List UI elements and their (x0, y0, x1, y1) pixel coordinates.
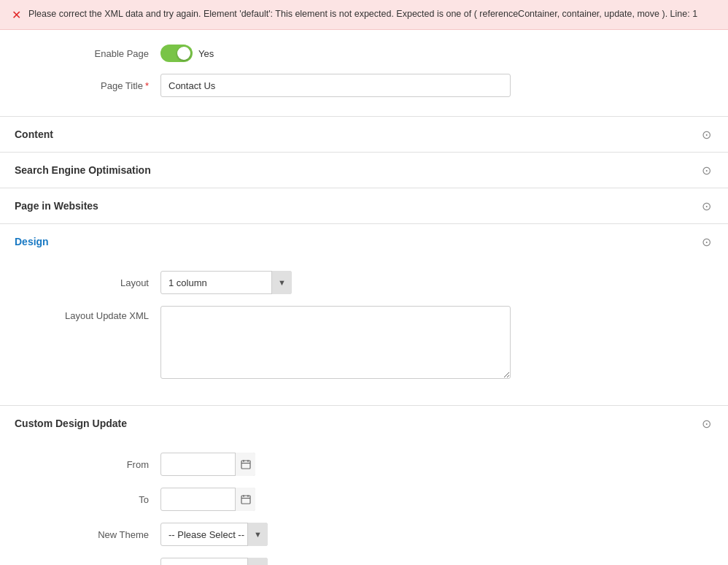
custom-design-section-header[interactable]: Custom Design Update ⊙ (0, 406, 728, 441)
toggle-wrapper: Yes (160, 45, 214, 62)
new-layout-select[interactable]: -- Please Select -- (160, 558, 268, 565)
form-section: Enable Page Yes Page Title* (0, 30, 728, 116)
websites-section-title: Page in Websites (15, 200, 98, 212)
to-calendar-icon[interactable] (235, 488, 255, 511)
layout-update-xml-row: Layout Update XML (0, 306, 728, 379)
required-star: * (145, 80, 149, 91)
content-section-header[interactable]: Content ⊙ (0, 117, 728, 152)
content-section-title: Content (15, 128, 53, 140)
toggle-slider (160, 45, 193, 62)
custom-design-chevron-icon: ⊙ (699, 416, 713, 431)
main-content: Enable Page Yes Page Title* Content ⊙ (0, 30, 728, 565)
layout-select-wrapper: Empty 1 column 2 columns with left bar 2… (160, 271, 292, 294)
custom-design-section-body: From To (0, 441, 728, 565)
design-section-body: Layout Empty 1 column 2 columns with lef… (0, 259, 728, 405)
from-calendar-icon[interactable] (235, 453, 255, 476)
new-theme-select[interactable]: -- Please Select -- (160, 523, 268, 546)
websites-section: Page in Websites ⊙ (0, 188, 728, 223)
layout-row: Layout Empty 1 column 2 columns with lef… (0, 271, 728, 294)
error-icon: ✕ (12, 8, 21, 22)
design-section-header[interactable]: Design ⊙ (0, 224, 728, 259)
design-section: Design ⊙ Layout Empty 1 column 2 columns… (0, 223, 728, 405)
from-date-wrapper (160, 453, 255, 476)
page-title-label: Page Title* (15, 80, 160, 91)
new-theme-select-wrapper: -- Please Select -- ▼ (160, 523, 268, 546)
websites-section-header[interactable]: Page in Websites ⊙ (0, 188, 728, 223)
design-section-title: Design (15, 236, 49, 247)
new-theme-label: New Theme (15, 529, 160, 540)
layout-select[interactable]: Empty 1 column 2 columns with left bar 2… (160, 271, 292, 294)
enable-page-row: Enable Page Yes (0, 45, 728, 62)
seo-section-header[interactable]: Search Engine Optimisation ⊙ (0, 153, 728, 188)
seo-section: Search Engine Optimisation ⊙ (0, 152, 728, 188)
svg-rect-0 (241, 461, 250, 469)
page-title-row: Page Title* (0, 74, 728, 97)
layout-update-xml-textarea[interactable] (160, 306, 511, 379)
page-title-input[interactable] (160, 74, 511, 97)
new-layout-select-wrapper: -- Please Select -- ▼ (160, 558, 268, 565)
content-chevron-icon: ⊙ (699, 127, 713, 142)
new-layout-row: New Layout -- Please Select -- ▼ (0, 558, 728, 565)
to-row: To (0, 488, 728, 511)
enable-page-toggle[interactable] (160, 45, 193, 62)
custom-design-section-title: Custom Design Update (15, 418, 127, 429)
to-date-wrapper (160, 488, 255, 511)
from-label: From (15, 459, 160, 470)
toggle-yes-label: Yes (198, 48, 214, 59)
seo-chevron-icon: ⊙ (699, 163, 713, 177)
new-theme-row: New Theme -- Please Select -- ▼ (0, 523, 728, 546)
error-banner: ✕ Please correct the XML data and try ag… (0, 0, 728, 30)
content-section: Content ⊙ (0, 116, 728, 152)
seo-section-title: Search Engine Optimisation (15, 164, 151, 176)
custom-design-section: Custom Design Update ⊙ From (0, 405, 728, 565)
enable-page-label: Enable Page (15, 48, 160, 59)
layout-label: Layout (15, 277, 160, 288)
from-row: From (0, 453, 728, 476)
design-chevron-icon: ⊙ (699, 234, 713, 249)
layout-update-xml-label: Layout Update XML (15, 306, 160, 321)
svg-rect-4 (241, 496, 250, 504)
websites-chevron-icon: ⊙ (699, 199, 713, 213)
error-message: Please correct the XML data and try agai… (28, 7, 697, 21)
to-label: To (15, 494, 160, 505)
